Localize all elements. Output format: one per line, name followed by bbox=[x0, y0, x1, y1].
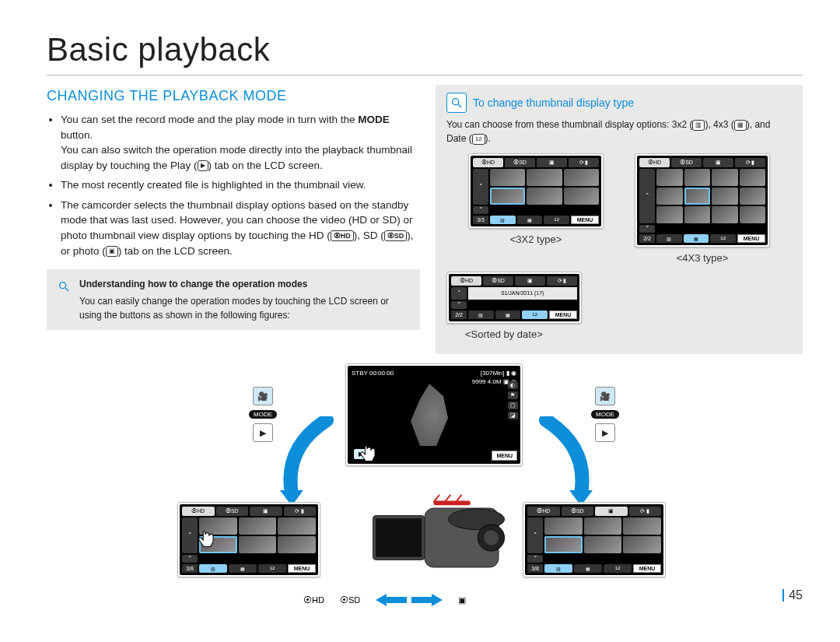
camera-mode-icon[interactable]: 🎥 bbox=[253, 387, 273, 405]
view-date-button[interactable]: 12 bbox=[258, 564, 286, 573]
tab-status: ⟳ ▮ bbox=[284, 507, 317, 516]
mode-toggle-left: 🎥 MODE ▶ bbox=[249, 387, 277, 442]
view-date-button[interactable]: 12 bbox=[544, 216, 569, 224]
note-title: Understanding how to change the operatio… bbox=[79, 277, 409, 291]
menu-button[interactable]: MENU bbox=[737, 234, 765, 243]
tab-sd[interactable]: ⦿SD bbox=[671, 158, 702, 167]
caption-4x3: <4X3 type> bbox=[635, 252, 770, 264]
nav-down[interactable]: ˅ bbox=[639, 225, 655, 233]
view-4x3-button[interactable]: ▦ bbox=[574, 564, 602, 573]
note-body: You can easily change the operation mode… bbox=[79, 296, 389, 321]
svg-point-11 bbox=[484, 531, 499, 546]
lcd-photo-thumbnails: ⦿HD ⦿SD ▣ ⟳ ▮ ˄ ˅ 3/8 ▥ ▦ 12 bbox=[523, 502, 666, 577]
grid-3x2-icon: ▥ bbox=[692, 120, 705, 131]
nav-down[interactable]: ˅ bbox=[473, 206, 488, 214]
svg-point-2 bbox=[453, 99, 459, 105]
page-indicator: 3/8 bbox=[527, 564, 543, 573]
date-icon: 12 bbox=[472, 134, 485, 145]
nav-down[interactable]: ˅ bbox=[451, 301, 467, 309]
tab-sd[interactable]: ⦿SD bbox=[483, 276, 513, 286]
nav-up[interactable]: ˄ bbox=[473, 169, 488, 205]
view-3x2-button[interactable]: ▥ bbox=[656, 234, 682, 243]
view-3x2-button[interactable]: ▥ bbox=[490, 216, 516, 224]
svg-marker-5 bbox=[569, 490, 593, 502]
nav-down[interactable]: ˅ bbox=[182, 555, 198, 563]
hd-mode-label: ⦿HD bbox=[303, 595, 324, 605]
svg-marker-4 bbox=[280, 490, 303, 502]
arrow-curve-right bbox=[530, 416, 593, 502]
touch-hand-icon bbox=[191, 527, 218, 553]
tab-status: ⟳ ▮ bbox=[629, 507, 662, 516]
bullet-2: The most recently created file is highli… bbox=[61, 177, 420, 193]
nav-up[interactable]: ˄ bbox=[527, 517, 543, 553]
hd-icon: ⦿HD bbox=[331, 230, 354, 241]
menu-button[interactable]: MENU bbox=[492, 451, 517, 461]
nav-up[interactable]: ˄ bbox=[451, 287, 467, 300]
section-heading: CHANGING THE PLAYBACK MODE bbox=[47, 88, 420, 104]
menu-button[interactable]: MENU bbox=[571, 216, 599, 224]
lcd-sorted-by-date: ⦿HD ⦿SD ▣ ⟳ ▮ ˄ 01/JAN/2011 (17) ˅ bbox=[446, 272, 582, 324]
play-mode-icon[interactable]: ▶ bbox=[595, 423, 615, 442]
view-4x3-button[interactable]: ▦ bbox=[517, 216, 543, 224]
tab-hd[interactable]: ⦿HD bbox=[527, 507, 560, 516]
main-bullet-list: You can set the record mode and the play… bbox=[47, 112, 420, 258]
rightbox-heading: To change thumbnail display type bbox=[473, 96, 634, 109]
view-3x2-button[interactable]: ▥ bbox=[199, 564, 227, 573]
svg-marker-14 bbox=[411, 594, 443, 606]
svg-point-0 bbox=[60, 282, 66, 289]
menu-button[interactable]: MENU bbox=[549, 310, 577, 319]
magnifier-icon bbox=[446, 93, 467, 113]
photo-mode-icon: ▣ bbox=[458, 595, 466, 605]
view-4x3-button[interactable]: ▦ bbox=[684, 234, 709, 243]
view-3x2-button[interactable]: ▥ bbox=[544, 564, 572, 573]
view-4x3-button[interactable]: ▦ bbox=[229, 564, 257, 573]
tab-photo[interactable]: ▣ bbox=[537, 158, 567, 167]
play-tab-icon: ▶ bbox=[198, 160, 208, 171]
grid-4x3-icon: ▦ bbox=[734, 120, 747, 131]
magnifier-icon bbox=[58, 277, 70, 296]
tab-photo[interactable]: ▣ bbox=[703, 158, 733, 167]
tab-sd[interactable]: ⦿SD bbox=[505, 158, 535, 167]
tab-hd[interactable]: ⦿HD bbox=[451, 276, 481, 286]
page-title: Basic playback bbox=[47, 31, 803, 75]
rightbox-intro: You can choose from these thumbnail disp… bbox=[446, 118, 792, 146]
svg-rect-7 bbox=[376, 518, 422, 556]
view-date-button[interactable]: 12 bbox=[604, 564, 632, 573]
view-date-button[interactable]: 12 bbox=[710, 234, 736, 243]
tab-hd[interactable]: ⦿HD bbox=[182, 507, 215, 516]
photo-icon: ▣ bbox=[106, 246, 118, 257]
tab-photo[interactable]: ▣ bbox=[515, 276, 545, 286]
tab-hd[interactable]: ⦿HD bbox=[473, 158, 503, 167]
arrow-left-icon bbox=[376, 594, 407, 606]
stby-right: [307Min] ▮ ◉ bbox=[481, 370, 516, 377]
menu-button[interactable]: MENU bbox=[633, 564, 661, 573]
page-indicator: 3/8 bbox=[182, 564, 198, 573]
svg-rect-12 bbox=[433, 501, 471, 506]
bullet-1: You can set the record mode and the play… bbox=[61, 112, 420, 173]
tab-photo[interactable]: ▣ bbox=[595, 507, 628, 516]
nav-up[interactable]: ˄ bbox=[639, 169, 655, 223]
mode-label: MODE bbox=[249, 410, 277, 419]
play-mode-icon[interactable]: ▶ bbox=[253, 423, 273, 442]
view-date-button[interactable]: 12 bbox=[522, 310, 548, 319]
tab-photo[interactable]: ▣ bbox=[250, 507, 282, 516]
tab-hd[interactable]: ⦿HD bbox=[639, 158, 670, 167]
sd-mode-label: ⦿SD bbox=[340, 595, 360, 605]
note-box: Understanding how to change the operatio… bbox=[47, 269, 420, 330]
page-number: 45 bbox=[782, 589, 803, 602]
tab-sd[interactable]: ⦿SD bbox=[562, 507, 594, 516]
mode-diagram: STBY 00:00:00 [307Min] ▮ ◉ 9999 4.0M ▣ ◷… bbox=[47, 360, 803, 602]
tab-sd[interactable]: ⦿SD bbox=[216, 507, 249, 516]
nav-down[interactable]: ˅ bbox=[527, 555, 543, 563]
lcd-3x2: ⦿HD ⦿SD ▣ ⟳ ▮ ˄ bbox=[468, 153, 604, 229]
view-4x3-button[interactable]: ▦ bbox=[495, 310, 521, 319]
menu-button[interactable]: MENU bbox=[288, 564, 316, 573]
svg-line-3 bbox=[458, 104, 461, 107]
arrow-curve-left bbox=[280, 416, 342, 502]
subject-silhouette bbox=[411, 384, 457, 446]
date-group[interactable]: 01/JAN/2011 (17) bbox=[468, 287, 577, 300]
camera-mode-icon[interactable]: 🎥 bbox=[595, 387, 615, 405]
view-3x2-button[interactable]: ▥ bbox=[468, 310, 494, 319]
tab-status: ⟳ ▮ bbox=[735, 158, 765, 167]
thumbnail-options-box: To change thumbnail display type You can… bbox=[436, 85, 803, 354]
